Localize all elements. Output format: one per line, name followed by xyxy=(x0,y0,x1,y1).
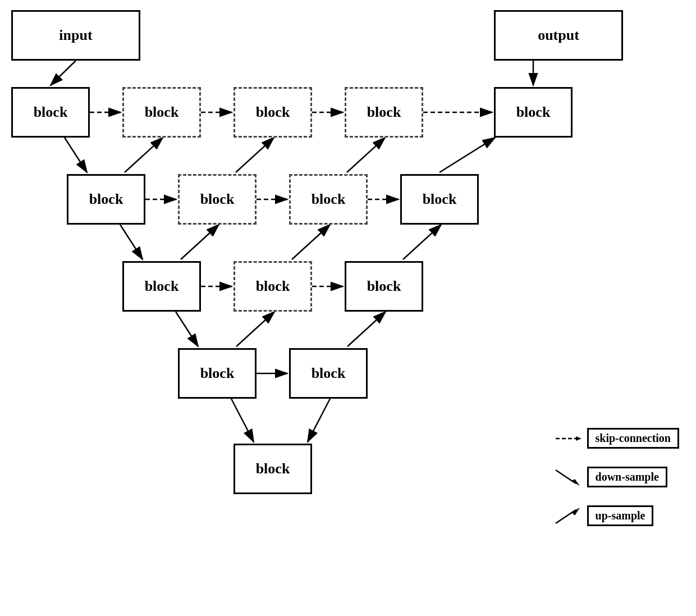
diagram-container: input output block block block block blo… xyxy=(0,0,696,616)
r1b2: block xyxy=(122,87,201,138)
r3b2: block xyxy=(233,261,312,312)
r2b2: block xyxy=(178,174,257,225)
skip-connection-box: skip-connection xyxy=(587,428,679,449)
svg-marker-33 xyxy=(571,508,580,515)
r5b1-label: block xyxy=(256,460,290,477)
svg-line-8 xyxy=(65,138,87,172)
legend-upsample: up-sample xyxy=(555,505,679,526)
r3b2-label: block xyxy=(256,278,290,295)
skip-connection-label: skip-connection xyxy=(596,432,671,444)
down-sample-box: down-sample xyxy=(587,467,667,487)
svg-line-10 xyxy=(236,138,274,172)
r2b4: block xyxy=(400,174,479,225)
r3b1: block xyxy=(122,261,201,312)
svg-marker-31 xyxy=(571,479,580,486)
r4b1-label: block xyxy=(200,365,235,382)
r1b5: block xyxy=(494,87,573,138)
skip-connection-icon xyxy=(555,433,583,444)
output-label: output xyxy=(538,27,579,44)
svg-line-22 xyxy=(176,312,198,346)
r4b1: block xyxy=(178,348,257,399)
r2b1: block xyxy=(67,174,145,225)
svg-line-17 xyxy=(181,225,219,259)
r2b4-label: block xyxy=(423,191,457,208)
r1b3-label: block xyxy=(256,104,290,121)
input-block: input xyxy=(11,10,140,61)
svg-line-27 xyxy=(308,399,330,442)
r1b3: block xyxy=(233,87,312,138)
output-block: output xyxy=(494,10,623,61)
svg-marker-29 xyxy=(576,436,581,441)
r2b1-label: block xyxy=(89,191,123,208)
svg-line-9 xyxy=(125,138,163,172)
up-sample-label: up-sample xyxy=(596,509,645,522)
up-sample-box: up-sample xyxy=(587,505,654,526)
r2b2-label: block xyxy=(200,191,235,208)
svg-line-16 xyxy=(120,225,143,259)
r1b4: block xyxy=(345,87,423,138)
r3b1-label: block xyxy=(145,278,179,295)
svg-line-26 xyxy=(231,399,254,442)
input-label: input xyxy=(59,27,92,44)
r2b3: block xyxy=(289,174,368,225)
r3b3: block xyxy=(345,261,423,312)
r1b1: block xyxy=(11,87,90,138)
svg-line-19 xyxy=(403,225,441,259)
r5b1: block xyxy=(233,444,312,494)
legend: skip-connection down-sample up-sample xyxy=(555,428,679,526)
r1b5-label: block xyxy=(516,104,551,121)
svg-line-2 xyxy=(51,61,76,85)
svg-line-24 xyxy=(347,312,386,346)
r3b3-label: block xyxy=(367,278,401,295)
r4b2-label: block xyxy=(312,365,346,382)
r4b2: block xyxy=(289,348,368,399)
r1b2-label: block xyxy=(145,104,179,121)
svg-line-11 xyxy=(347,138,385,172)
r2b3-label: block xyxy=(312,191,346,208)
svg-line-23 xyxy=(236,312,274,346)
legend-skip: skip-connection xyxy=(555,428,679,449)
legend-downsample: down-sample xyxy=(555,467,679,487)
down-sample-icon xyxy=(555,469,583,486)
svg-line-12 xyxy=(439,138,495,172)
r1b1-label: block xyxy=(34,104,68,121)
svg-line-18 xyxy=(292,225,330,259)
up-sample-icon xyxy=(555,508,583,524)
down-sample-label: down-sample xyxy=(596,471,659,483)
r1b4-label: block xyxy=(367,104,401,121)
